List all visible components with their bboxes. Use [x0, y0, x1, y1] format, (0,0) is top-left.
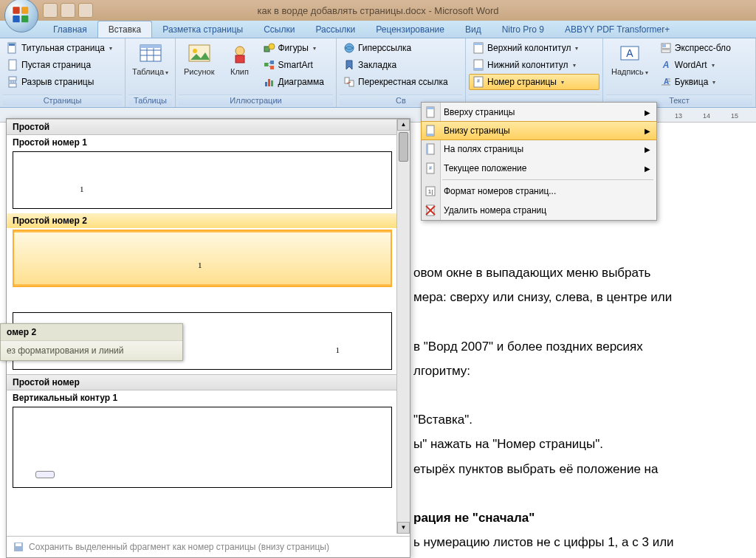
tab-review[interactable]: Рецензирование — [365, 21, 455, 38]
group-links: Гиперссылка Закладка Перекрестная ссылка… — [337, 38, 466, 107]
menu-format-numbers[interactable]: 1|Формат номеров страниц... — [422, 182, 656, 201]
smartart-label: SmartArt — [278, 60, 313, 70]
menu-page-margins[interactable]: На полях страницы▶ — [422, 140, 656, 159]
menu-label: Удалить номера страниц — [444, 205, 546, 216]
crossref-icon — [343, 76, 355, 88]
picture-icon — [188, 42, 211, 66]
page-margins-icon — [425, 143, 436, 155]
quick-access-toolbar — [43, 3, 93, 18]
gallery-item-2-preview[interactable]: 1 — [13, 230, 392, 287]
tab-mailings[interactable]: Рассылки — [305, 21, 365, 38]
page-top-icon — [425, 106, 436, 118]
shapes-button[interactable]: Фигуры▾ — [260, 40, 328, 56]
scroll-thumb[interactable] — [399, 132, 408, 162]
header-label: Верхний колонтитул — [487, 43, 571, 53]
svg-rect-15 — [140, 45, 161, 48]
tab-view[interactable]: Вид — [455, 21, 492, 38]
svg-rect-1 — [21, 7, 28, 13]
menu-current-position[interactable]: #Текущее положение▶ — [422, 159, 656, 178]
ruler-tick: 15 — [731, 112, 738, 120]
save-icon — [13, 541, 24, 553]
gallery-item-1-preview[interactable]: 1 — [13, 151, 392, 209]
clip-icon — [228, 42, 252, 66]
svg-rect-22 — [264, 63, 268, 66]
ribbon: Титульная страница▾ Пустая страница Разр… — [0, 38, 756, 108]
picture-button[interactable]: Рисунок — [179, 40, 220, 78]
current-position-icon: # — [425, 162, 436, 174]
qat-redo-icon[interactable] — [78, 3, 93, 18]
menu-top-of-page[interactable]: Вверху страницы▶ — [422, 103, 656, 122]
gallery-group-simple-num: Простой номер — [7, 374, 410, 390]
svg-point-17 — [193, 49, 197, 53]
group-illustrations: Рисунок Клип Фигуры▾ SmartArt Диаграмма … — [176, 38, 337, 107]
clip-button[interactable]: Клип — [223, 40, 257, 78]
page-number-button[interactable]: #Номер страницы▾ — [469, 74, 599, 90]
menu-remove-numbers[interactable]: Удалить номера страниц — [422, 201, 656, 220]
ruler-tick: 13 — [675, 112, 682, 120]
table-label: Таблица — [132, 67, 164, 76]
qat-undo-icon[interactable] — [61, 3, 75, 18]
tab-insert[interactable]: Вставка — [97, 21, 153, 38]
svg-rect-44 — [662, 49, 670, 50]
menu-label: Формат номеров страниц... — [444, 186, 556, 196]
quickparts-button[interactable]: Экспресс-бло — [656, 40, 735, 56]
svg-rect-29 — [271, 80, 273, 86]
tab-abbyy[interactable]: ABBYY PDF Transformer+ — [554, 21, 680, 38]
svg-rect-64 — [16, 543, 21, 546]
table-icon — [139, 42, 162, 66]
ruler-tick: 14 — [703, 112, 710, 120]
group-illustrations-label: Иллюстрации — [179, 94, 333, 106]
scroll-down-icon[interactable]: ▼ — [397, 522, 410, 534]
blank-page-button[interactable]: Пустая страница — [3, 57, 116, 73]
chart-label: Диаграмма — [278, 77, 324, 87]
hyperlink-label: Гиперссылка — [358, 43, 411, 53]
svg-rect-55 — [427, 144, 428, 154]
scroll-up-icon[interactable]: ▲ — [397, 119, 410, 131]
tooltip-title: омер 2 — [1, 324, 182, 341]
smartart-icon — [264, 59, 275, 71]
title-page-button[interactable]: Титульная страница▾ — [3, 40, 116, 56]
title-page-icon — [7, 42, 18, 54]
page-bottom-icon — [425, 125, 436, 137]
svg-text:A: A — [626, 47, 633, 59]
gallery-save-selection[interactable]: Сохранить выделенный фрагмент как номер … — [7, 536, 410, 557]
tab-home[interactable]: Главная — [43, 21, 97, 38]
doc-text: овом окне в выпадающих меню выбрать — [413, 263, 726, 283]
wordart-button[interactable]: AWordArt▾ — [656, 57, 735, 73]
smartart-button[interactable]: SmartArt — [260, 57, 328, 73]
table-button[interactable]: Таблица▾ — [127, 40, 173, 78]
shapes-icon — [264, 42, 275, 54]
bookmark-button[interactable]: Закладка — [340, 57, 452, 73]
gallery-scrollbar[interactable]: ▲ ▼ — [396, 119, 410, 534]
hyperlink-button[interactable]: Гиперссылка — [340, 40, 452, 56]
svg-rect-3 — [21, 16, 28, 22]
crossref-label: Перекрестная ссылка — [358, 77, 448, 87]
office-button[interactable] — [4, 0, 38, 32]
header-button[interactable]: Верхний колонтитул▾ — [469, 40, 599, 56]
crossref-button[interactable]: Перекрестная ссылка — [340, 74, 452, 90]
page-break-button[interactable]: Разрыв страницы — [3, 74, 116, 90]
chart-button[interactable]: Диаграмма — [260, 74, 328, 90]
page-number-dropdown: Вверху страницы▶ Внизу страницы▶ На поля… — [421, 102, 657, 221]
quickparts-icon — [660, 42, 672, 54]
doc-text — [413, 483, 726, 503]
dropcap-button[interactable]: AБуквица▾ — [656, 74, 735, 90]
bookmark-icon — [343, 59, 355, 71]
tab-references[interactable]: Ссылки — [253, 21, 305, 38]
textbox-button[interactable]: AНадпись▾ — [606, 40, 653, 78]
svg-rect-0 — [13, 7, 19, 13]
tab-layout[interactable]: Разметка страницы — [152, 21, 253, 38]
footer-button[interactable]: Нижний колонтитул▾ — [469, 57, 599, 73]
tab-nitro[interactable]: Nitro Pro 9 — [492, 21, 554, 38]
tooltip-body: ез форматирования и линий — [1, 341, 182, 360]
textbox-label: Надпись — [611, 67, 644, 76]
svg-text:1|: 1| — [428, 188, 433, 195]
qat-save-icon[interactable] — [43, 3, 58, 18]
header-icon — [472, 42, 484, 54]
group-headerfooter: Верхний колонтитул▾ Нижний колонтитул▾ #… — [466, 38, 603, 107]
gallery-item-3-preview[interactable] — [13, 407, 392, 488]
svg-rect-19 — [236, 55, 244, 63]
group-tables-label: Таблицы — [128, 94, 172, 106]
svg-rect-7 — [9, 77, 16, 80]
menu-bottom-of-page[interactable]: Внизу страницы▶ — [421, 121, 657, 140]
